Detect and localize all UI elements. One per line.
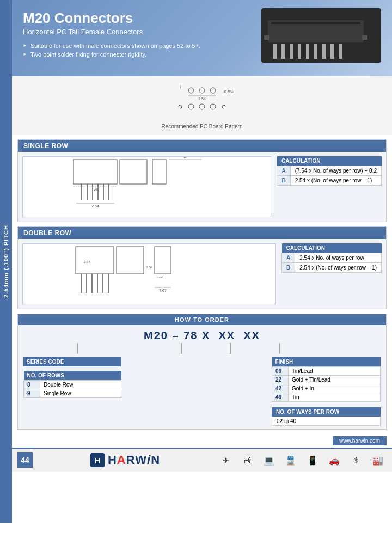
connector-lines: [23, 343, 381, 354]
svg-point-23: [210, 104, 216, 109]
double-row-svg: 2.54: [70, 244, 228, 304]
left-sidebar: 2.54mm (.100") PITCH: [0, 0, 12, 523]
table-row: 06 Tin/Lead: [272, 367, 381, 376]
harwin-logo-icon: H: [89, 452, 106, 468]
svg-rect-7: [314, 44, 317, 59]
svg-text:2.54: 2.54: [84, 260, 90, 264]
pcb-section: ↓ ⌀ AC 2.54 Recommended PC Board Pattern: [12, 76, 392, 135]
svg-rect-6: [306, 44, 309, 59]
svg-point-21: [188, 104, 194, 109]
finish-key-42: 42: [272, 384, 289, 393]
no-of-rows-table: NO. OF ROWS 8 Double Row 9 Single Row: [23, 371, 121, 398]
order-right-column: FINISH 06 Tin/Lead 22 Gold + Tin/Lead: [138, 357, 381, 426]
computer-icon: 💻: [260, 452, 278, 468]
double-calc-key-b: B: [282, 263, 295, 273]
double-row-section: DOUBLE ROW 2.54: [17, 226, 387, 309]
no-of-rows-header: NO. OF ROWS: [24, 371, 121, 381]
double-row-calc-table: CALCULATION A 2.54 x No. of ways per row…: [281, 243, 382, 273]
row-key-9: 9: [24, 389, 40, 398]
svg-point-24: [179, 105, 182, 108]
order-details-row: SERIES CODE NO. OF ROWS 8 Double Row: [18, 354, 386, 429]
svg-rect-28: [152, 160, 166, 184]
calc-val-a: (7.54 x No. of ways per row) + 0.2: [290, 166, 381, 176]
finish-table: FINISH 06 Tin/Lead 22 Gold + Tin/Lead: [272, 357, 381, 402]
finish-val-46: Tin: [289, 393, 381, 402]
finish-val-22: Gold + Tin/Lead: [289, 376, 381, 384]
svg-point-25: [222, 105, 225, 108]
row-val-8: Double Row: [40, 381, 121, 389]
double-row-diagram: 2.54: [22, 243, 276, 304]
industrial-icon: 🏭: [369, 452, 387, 468]
train-icon: 🚆: [282, 452, 299, 468]
single-row-calc-header: CALCULATION: [277, 156, 382, 166]
svg-rect-9: [330, 44, 334, 59]
single-row-header: SINGLE ROW: [18, 140, 386, 152]
how-to-order-section: HOW TO ORDER M20 – 78 X XX XX: [17, 314, 387, 430]
no-of-rows-container: NO. OF ROWS 8 Double Row 9 Single Row: [23, 371, 132, 398]
series-code-table: SERIES CODE: [23, 357, 121, 366]
row-val-9: Single Row: [40, 389, 121, 398]
harwin-logo: H HARWiN: [89, 452, 160, 468]
sidebar-label: 2.54mm (.100") PITCH: [3, 225, 9, 298]
single-row-svg: W 2.54 A: [68, 157, 226, 217]
series-code-header: SERIES CODE: [23, 357, 121, 366]
table-row: B 2.54 x (No. of ways per row – 1): [277, 176, 382, 186]
svg-text:⌀ AC: ⌀ AC: [224, 89, 234, 94]
table-row: 46 Tin: [272, 393, 381, 402]
header-section: M20 Connectors Horizontal PC Tail Female…: [12, 0, 392, 76]
double-row-calc: CALCULATION A 2.54 x No. of ways per row…: [281, 243, 382, 273]
single-row-calc-table: CALCULATION A (7.54 x No. of ways per ro…: [277, 156, 382, 186]
series-code-container: SERIES CODE: [23, 357, 132, 366]
svg-point-22: [199, 104, 205, 109]
row-key-8: 8: [24, 381, 40, 389]
svg-text:1.10: 1.10: [156, 275, 163, 278]
double-row-header: DOUBLE ROW: [18, 227, 386, 239]
svg-rect-42: [117, 247, 144, 274]
finish-key-46: 46: [272, 393, 289, 402]
logo-text: HARWiN: [108, 453, 160, 467]
finish-key-06: 06: [272, 367, 289, 376]
no-of-ways-value: 02 to 40: [272, 417, 381, 426]
pcb-label: Recommended PC Board Pattern: [12, 124, 392, 130]
svg-text:7.67: 7.67: [159, 289, 167, 292]
svg-rect-56: [155, 247, 171, 274]
order-code-display: M20 – 78 X XX XX: [18, 325, 386, 343]
single-row-diagram: W 2.54 A: [22, 156, 271, 217]
svg-rect-27: [120, 160, 147, 184]
table-row: 42 Gold + In: [272, 384, 381, 393]
airplane-icon: ✈: [217, 452, 234, 468]
svg-text:A: A: [183, 157, 186, 159]
svg-rect-3: [281, 44, 285, 59]
main-content: M20 Connectors Horizontal PC Tail Female…: [12, 0, 392, 472]
table-row: 22 Gold + Tin/Lead: [272, 376, 381, 384]
page-number: 44: [17, 452, 33, 468]
single-row-content: W 2.54 A: [18, 152, 386, 222]
svg-rect-8: [322, 44, 326, 59]
pcb-pattern-svg: ↓ ⌀ AC 2.54: [148, 82, 256, 120]
svg-rect-41: [76, 247, 114, 274]
double-calc-key-a: A: [282, 253, 295, 263]
table-row: 9 Single Row: [24, 389, 121, 398]
svg-rect-5: [298, 44, 301, 59]
table-row: B 2.54 x (No. of ways per row – 1): [282, 263, 382, 273]
calc-val-b: 2.54 x (No. of ways per row – 1): [290, 176, 381, 186]
footer-section: 44 H HARWiN ✈ 🖨 💻 🚆 📱 🚗 ⚕ 🏭: [12, 448, 392, 472]
svg-point-16: [199, 88, 205, 93]
svg-text:2.54: 2.54: [146, 266, 153, 269]
connector-svg: [261, 8, 381, 63]
svg-rect-11: [264, 35, 270, 40]
no-of-ways-container: NO. OF WAYS PER ROW 02 to 40: [272, 406, 381, 426]
double-row-calc-header: CALCULATION: [282, 243, 382, 253]
svg-text:↓: ↓: [179, 84, 181, 89]
order-code-text: M20 – 78 X XX XX: [144, 329, 260, 341]
finish-key-22: 22: [272, 376, 289, 384]
calc-key-b: B: [277, 176, 290, 186]
svg-point-15: [188, 88, 194, 93]
svg-rect-2: [273, 44, 277, 59]
double-calc-val-b: 2.54 x (No. of ways per row – 1): [295, 263, 382, 273]
svg-rect-26: [74, 160, 117, 184]
table-row: A 2.54 x No. of ways per row: [282, 253, 382, 263]
svg-text:H: H: [95, 456, 100, 465]
svg-text:2.54: 2.54: [198, 97, 206, 101]
finish-val-06: Tin/Lead: [289, 367, 381, 376]
